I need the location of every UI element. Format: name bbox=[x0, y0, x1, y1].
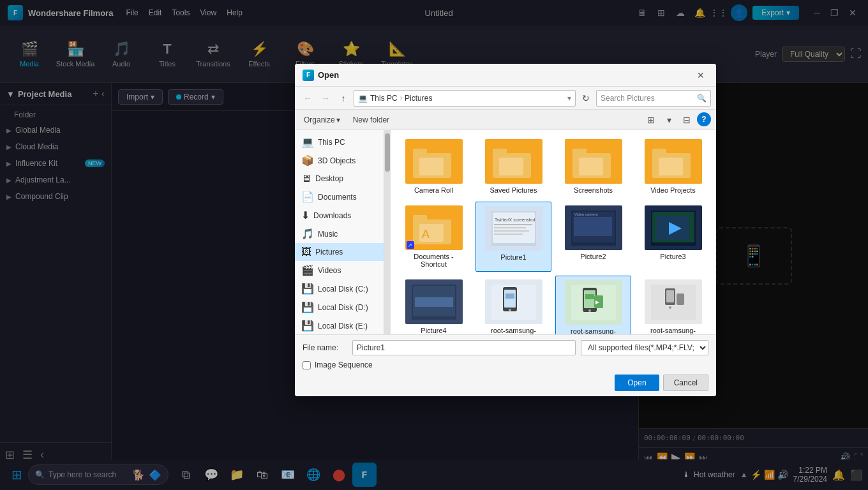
svg-point-42 bbox=[509, 309, 511, 311]
folder-svg bbox=[651, 144, 696, 179]
view-thumbnails-icon[interactable]: ⊞ bbox=[643, 112, 659, 128]
breadcrumb-this-pc: This PC bbox=[370, 94, 398, 103]
sidebar-3d-objects[interactable]: 📦 3D Objects bbox=[295, 151, 384, 170]
svg-rect-38 bbox=[415, 297, 453, 307]
nav-up-button[interactable]: ↑ bbox=[336, 91, 351, 106]
file-item-picture1[interactable]: Twitter/X screenshot Picture1 bbox=[475, 202, 551, 272]
image-sequence-row: Image Sequence bbox=[303, 360, 708, 369]
image-sequence-checkbox[interactable] bbox=[303, 361, 311, 369]
dialog-title: F Open bbox=[303, 70, 339, 81]
desktop-icon: 🖥 bbox=[301, 173, 311, 184]
filename-input[interactable] bbox=[352, 340, 576, 355]
svg-rect-27 bbox=[494, 234, 523, 235]
cancel-button[interactable]: Cancel bbox=[663, 375, 708, 391]
sidebar-scrollbar[interactable] bbox=[384, 130, 391, 334]
samsung-02-name: root-samsung-tablet-02 bbox=[565, 327, 622, 334]
computer-icon: 💻 bbox=[301, 136, 314, 148]
dialog-search-icon: 🔍 bbox=[697, 94, 707, 103]
sidebar-pictures[interactable]: 🖼 Pictures bbox=[295, 243, 384, 261]
action-buttons: Open Cancel bbox=[303, 375, 708, 391]
svg-rect-30 bbox=[574, 217, 612, 236]
file-item-saved-pictures[interactable]: Saved Pictures bbox=[475, 135, 551, 198]
downloads-icon: ⬇ bbox=[301, 209, 310, 221]
folder-svg bbox=[491, 144, 536, 179]
samsung-03-name: root-samsung-tablet-03 bbox=[645, 327, 702, 334]
svg-text:Video content: Video content bbox=[574, 212, 598, 216]
disk-e-icon: 💾 bbox=[301, 320, 314, 332]
filetype-select[interactable]: All supported files(*.MP4;*.FLV; bbox=[581, 340, 708, 355]
music-icon: 🎵 bbox=[301, 228, 314, 240]
file-item-samsung-01[interactable]: root-samsung-tablet-01 bbox=[475, 276, 551, 334]
samsung3-svg bbox=[651, 285, 696, 320]
help-button[interactable]: ? bbox=[697, 112, 711, 126]
sidebar-local-disk-e[interactable]: 💾 Local Disk (E:) bbox=[295, 316, 384, 334]
view-dropdown-icon[interactable]: ▾ bbox=[661, 112, 677, 128]
svg-rect-53 bbox=[666, 290, 674, 302]
folder-svg bbox=[571, 144, 616, 179]
dialog-logo-icon: F bbox=[303, 70, 314, 81]
picture1-name: Picture1 bbox=[500, 253, 526, 261]
camera-roll-thumb bbox=[405, 139, 463, 184]
breadcrumb[interactable]: 💻 This PC › Pictures ▾ bbox=[354, 90, 576, 107]
dialog-bottom: File name: All supported files(*.MP4;*.F… bbox=[295, 334, 716, 396]
picture3-thumb bbox=[645, 205, 702, 250]
sidebar-documents[interactable]: 📄 Documents bbox=[295, 188, 384, 206]
file-grid: Camera Roll Saved Pictures bbox=[396, 135, 711, 334]
sidebar-local-disk-c[interactable]: 💾 Local Disk (C:) bbox=[295, 279, 384, 298]
file-item-picture2[interactable]: Video content Picture2 bbox=[555, 202, 631, 272]
picture1-thumb: Twitter/X screenshot bbox=[485, 206, 542, 251]
file-item-picture3[interactable]: Picture3 bbox=[635, 202, 711, 272]
sidebar-this-pc[interactable]: 💻 This PC bbox=[295, 133, 384, 151]
screenshot-svg: Twitter/X screenshot bbox=[491, 211, 536, 246]
dialog-search-placeholder: Search Pictures bbox=[601, 94, 655, 103]
svg-point-54 bbox=[669, 306, 671, 309]
picture2-thumb: Video content bbox=[565, 205, 622, 250]
dialog-close-button[interactable]: ✕ bbox=[693, 68, 708, 83]
nav-back-button[interactable]: ← bbox=[300, 91, 315, 106]
file-item-camera-roll[interactable]: Camera Roll bbox=[396, 135, 472, 198]
screenshots-thumb bbox=[565, 139, 622, 184]
documents-icon: 📄 bbox=[301, 191, 314, 203]
svg-rect-25 bbox=[494, 227, 526, 228]
samsung-02-thumb bbox=[565, 280, 622, 325]
scrollbar-thumb[interactable] bbox=[385, 133, 390, 172]
breadcrumb-dropdown-icon[interactable]: ▾ bbox=[567, 94, 571, 103]
preview-pane-icon[interactable]: ⊟ bbox=[679, 112, 694, 128]
picture2-name: Picture2 bbox=[580, 253, 606, 260]
sidebar-local-disk-d[interactable]: 💾 Local Disk (D:) bbox=[295, 298, 384, 316]
screenshots-name: Screenshots bbox=[574, 186, 613, 194]
svg-rect-43 bbox=[505, 293, 514, 299]
dialog-search[interactable]: Search Pictures 🔍 bbox=[596, 90, 711, 107]
file-item-docs-shortcut[interactable]: A ↗ Documents - Shortcut bbox=[396, 202, 472, 272]
new-folder-button[interactable]: New folder bbox=[348, 114, 394, 126]
nav-refresh-button[interactable]: ↻ bbox=[578, 91, 594, 106]
file-item-samsung-02[interactable]: root-samsung-tablet-02 bbox=[555, 276, 631, 334]
organize-button[interactable]: Organize ▾ bbox=[300, 114, 344, 126]
svg-rect-6 bbox=[493, 149, 507, 155]
breadcrumb-icon: 💻 bbox=[358, 94, 368, 103]
sidebar-music[interactable]: 🎵 Music bbox=[295, 225, 384, 243]
picture3-name: Picture3 bbox=[660, 253, 685, 260]
file-item-samsung-03[interactable]: root-samsung-tablet-03 bbox=[635, 276, 711, 334]
file-item-picture4[interactable]: Picture4 bbox=[396, 276, 472, 334]
filename-row: File name: All supported files(*.MP4;*.F… bbox=[303, 340, 708, 355]
disk-d-icon: 💾 bbox=[301, 301, 314, 313]
svg-rect-24 bbox=[494, 224, 532, 225]
svg-rect-15 bbox=[659, 158, 683, 175]
sidebar-downloads[interactable]: ⬇ Downloads bbox=[295, 206, 384, 225]
open-button[interactable]: Open bbox=[615, 375, 659, 391]
nav-forward-button[interactable]: → bbox=[318, 91, 333, 106]
sidebar-videos[interactable]: 🎬 Videos bbox=[295, 261, 384, 279]
docs-shortcut-thumb: A ↗ bbox=[405, 205, 463, 250]
picture4-thumb bbox=[405, 279, 463, 324]
sidebar-desktop[interactable]: 🖥 Desktop bbox=[295, 170, 384, 188]
svg-rect-18 bbox=[413, 215, 427, 221]
file-item-screenshots[interactable]: Screenshots bbox=[555, 135, 631, 198]
dialog-main: 💻 This PC 📦 3D Objects 🖥 Desktop 📄 Docum… bbox=[295, 130, 716, 334]
file-item-video-projects[interactable]: Video Projects bbox=[635, 135, 711, 198]
dialog-toolbar: Organize ▾ New folder ⊞ ▾ ⊟ ? bbox=[295, 110, 716, 130]
folder-svg: A bbox=[412, 210, 456, 246]
svg-rect-3 bbox=[419, 158, 444, 175]
svg-rect-48 bbox=[585, 294, 594, 299]
svg-rect-14 bbox=[652, 149, 666, 155]
